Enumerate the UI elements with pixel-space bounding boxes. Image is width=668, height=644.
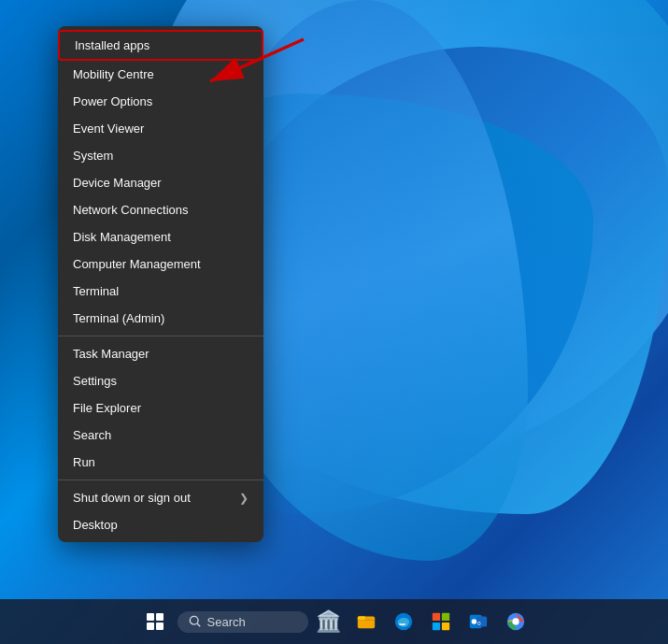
svg-rect-9 [432, 623, 439, 630]
svg-point-13 [471, 619, 476, 624]
search-label: Search [207, 615, 246, 629]
svg-rect-5 [357, 617, 364, 621]
menu-item-system[interactable]: System [58, 142, 263, 169]
svg-rect-10 [441, 623, 448, 630]
submenu-arrow-icon: ❯ [239, 492, 249, 505]
chrome-icon [505, 611, 526, 632]
menu-item-network-connections[interactable]: Network Connections [58, 196, 263, 223]
taskbar-app-edge[interactable] [387, 605, 420, 638]
menu-item-computer-management[interactable]: Computer Management [58, 250, 263, 278]
menu-item-event-viewer[interactable]: Event Viewer [58, 115, 263, 142]
menu-item-search[interactable]: Search [58, 422, 263, 449]
menu-item-installed-apps[interactable]: Installed apps [58, 30, 263, 61]
menu-item-device-manager[interactable]: Device Manager [58, 169, 263, 196]
svg-line-3 [197, 623, 200, 626]
menu-item-terminal[interactable]: Terminal [58, 278, 263, 305]
svg-rect-8 [441, 613, 448, 621]
taskbar-app-vault[interactable]: 🏛️ [312, 605, 346, 638]
svg-rect-7 [432, 613, 439, 621]
menu-item-desktop[interactable]: Desktop [58, 511, 263, 538]
taskbar: Search 🏛️ [0, 599, 668, 644]
file-explorer-icon [356, 611, 377, 632]
edge-icon [393, 611, 414, 632]
taskbar-app-file-explorer[interactable] [349, 605, 383, 638]
windows-logo-icon [147, 613, 163, 630]
store-icon [431, 611, 451, 632]
menu-item-power-options[interactable]: Power Options [58, 88, 263, 115]
menu-item-mobility-centre[interactable]: Mobility Centre [58, 61, 263, 88]
menu-separator-2 [58, 479, 263, 480]
menu-item-run[interactable]: Run [58, 449, 263, 476]
taskbar-app-chrome[interactable] [499, 605, 533, 638]
search-icon [189, 615, 202, 628]
menu-item-settings[interactable]: Settings [58, 367, 263, 394]
taskbar-app-store[interactable] [424, 605, 458, 638]
svg-point-2 [190, 616, 198, 624]
context-menu: Installed apps Mobility Centre Power Opt… [58, 26, 263, 542]
menu-item-task-manager[interactable]: Task Manager [58, 340, 263, 367]
svg-point-16 [512, 618, 519, 624]
taskbar-search-bar[interactable]: Search [178, 611, 308, 633]
menu-item-file-explorer[interactable]: File Explorer [58, 394, 263, 422]
menu-separator-1 [58, 336, 263, 336]
menu-item-disk-management[interactable]: Disk Management [58, 223, 263, 250]
start-button[interactable] [136, 603, 174, 640]
menu-item-terminal-admin[interactable]: Terminal (Admin) [58, 305, 263, 332]
svg-text:o: o [477, 620, 481, 626]
outlook-icon: o [468, 611, 489, 632]
taskbar-app-outlook[interactable]: o [462, 605, 495, 638]
desktop: Installed apps Mobility Centre Power Opt… [0, 0, 668, 644]
menu-item-shut-down[interactable]: Shut down or sign out ❯ [58, 484, 263, 511]
taskbar-center: Search 🏛️ [136, 603, 533, 640]
